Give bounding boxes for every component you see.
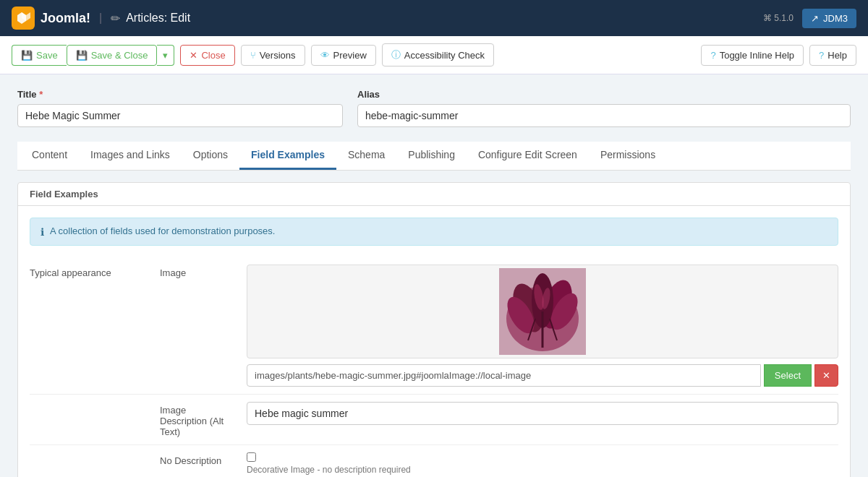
question-icon: ? <box>819 50 824 61</box>
tab-configure-edit-screen[interactable]: Configure Edit Screen <box>467 142 589 170</box>
tab-field-examples[interactable]: Field Examples <box>239 142 336 170</box>
required-indicator: * <box>39 89 43 100</box>
select-button[interactable]: Select <box>764 364 812 387</box>
alias-input[interactable] <box>357 104 851 127</box>
save-button-group: 💾 Save 💾 Save & Close ▾ <box>12 45 174 66</box>
help-circle-icon: ? <box>710 50 715 61</box>
help-buttons: ? Toggle Inline Help ? Help <box>701 45 856 66</box>
plant-image <box>499 268 586 355</box>
nav-separator: | <box>99 12 102 25</box>
save-icon: 💾 <box>21 50 33 61</box>
decorative-hint: Decorative Image - no description requir… <box>247 465 838 475</box>
image-field-row: Typical appearance Image <box>30 257 838 394</box>
title-label: Title * <box>17 89 343 100</box>
preview-button[interactable]: 👁 Preview <box>311 45 376 66</box>
panel-heading: Field Examples <box>18 183 850 206</box>
versions-button[interactable]: ⑂ Versions <box>241 45 305 66</box>
save-button[interactable]: 💾 Save <box>12 45 67 66</box>
image-path-row: Select ✕ <box>247 364 838 387</box>
clear-image-button[interactable]: ✕ <box>814 364 838 387</box>
user-icon: ↗ <box>811 13 819 24</box>
toolbar: 💾 Save 💾 Save & Close ▾ ✕ Close ⑂ Versio… <box>0 36 868 74</box>
help-button[interactable]: ? Help <box>809 45 856 66</box>
image-description-input[interactable] <box>247 402 838 425</box>
save-close-button[interactable]: 💾 Save & Close <box>67 45 158 66</box>
joomla-logo-icon <box>12 7 35 30</box>
tab-schema[interactable]: Schema <box>336 142 396 170</box>
image-preview-container <box>247 265 838 358</box>
no-description-empty-col <box>30 452 145 455</box>
no-description-label: No Description <box>160 452 232 466</box>
accessibility-check-button[interactable]: ⓘ Accessibility Check <box>382 43 494 66</box>
versions-icon: ⑂ <box>250 50 256 61</box>
user-menu-button[interactable]: ↗ JDM3 <box>802 9 856 28</box>
version-badge: ⌘ 5.1.0 <box>763 13 793 23</box>
typical-appearance-label: Typical appearance <box>30 265 145 278</box>
title-input[interactable] <box>17 104 343 127</box>
close-button[interactable]: ✕ Close <box>180 45 234 66</box>
info-icon: ℹ <box>41 226 44 238</box>
no-description-row: No Description Decorative Image - no des… <box>30 445 838 477</box>
image-field-value: Select ✕ <box>247 265 838 387</box>
main-content: Title * Alias Content Images and Links O… <box>0 74 868 477</box>
joomla-logo: Joomla! <box>12 7 90 30</box>
tab-permissions[interactable]: Permissions <box>589 142 667 170</box>
joomla-logo-text: Joomla! <box>41 11 90 26</box>
image-path-input[interactable] <box>247 364 761 387</box>
tab-options[interactable]: Options <box>182 142 239 170</box>
save-dropdown-button[interactable]: ▾ <box>157 45 174 66</box>
edit-icon: ✏ <box>111 12 120 25</box>
no-description-checkbox-row <box>247 452 838 462</box>
tabs-bar: Content Images and Links Options Field E… <box>17 142 851 171</box>
panel-body: ℹ A collection of fields used for demons… <box>18 206 850 477</box>
top-navbar: Joomla! | ✏ Articles: Edit ⌘ 5.1.0 ↗ JDM… <box>0 0 868 36</box>
image-description-empty-col <box>30 402 145 405</box>
alias-label: Alias <box>357 89 851 100</box>
info-box: ℹ A collection of fields used for demons… <box>30 218 838 246</box>
tab-publishing[interactable]: Publishing <box>396 142 467 170</box>
accessibility-icon: ⓘ <box>391 48 401 61</box>
no-description-value: Decorative Image - no description requir… <box>247 452 838 475</box>
page-title: ✏ Articles: Edit <box>111 12 190 25</box>
image-description-label: Image Description (Alt Text) <box>160 402 232 437</box>
tab-images-links[interactable]: Images and Links <box>79 142 182 170</box>
title-alias-row: Title * Alias <box>17 89 851 127</box>
save-close-icon: 💾 <box>76 50 88 61</box>
tab-content[interactable]: Content <box>20 142 79 170</box>
field-examples-panel: Field Examples ℹ A collection of fields … <box>17 182 851 477</box>
title-field-group: Title * <box>17 89 343 127</box>
image-description-row: Image Description (Alt Text) <box>30 395 838 444</box>
no-description-checkbox[interactable] <box>247 452 256 462</box>
close-icon: ✕ <box>190 50 197 61</box>
image-field-label: Image <box>160 265 232 278</box>
clear-icon: ✕ <box>822 370 830 381</box>
toggle-inline-help-button[interactable]: ? Toggle Inline Help <box>701 45 804 66</box>
alias-field-group: Alias <box>357 89 851 127</box>
preview-icon: 👁 <box>320 50 330 61</box>
image-description-value <box>247 402 838 425</box>
